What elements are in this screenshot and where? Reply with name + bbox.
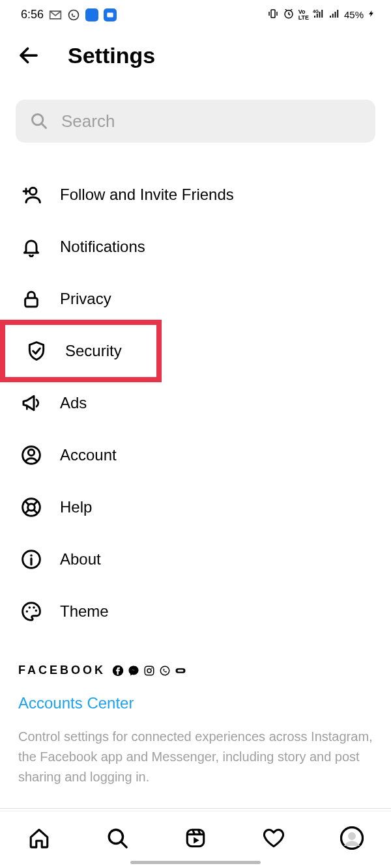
- svg-point-14: [26, 610, 28, 612]
- settings-item-theme[interactable]: Theme: [0, 585, 391, 637]
- settings-item-label: Ads: [60, 394, 87, 412]
- lock-icon: [20, 287, 43, 311]
- signal-icon: [328, 8, 340, 21]
- svg-rect-26: [187, 830, 204, 847]
- settings-item-label: Privacy: [60, 290, 111, 308]
- svg-rect-1: [107, 12, 113, 17]
- settings-item-notifications[interactable]: Notifications: [0, 221, 391, 273]
- settings-item-help[interactable]: Help: [0, 481, 391, 533]
- settings-item-label: Account: [60, 446, 117, 464]
- settings-item-account[interactable]: Account: [0, 429, 391, 481]
- invite-icon: [20, 183, 43, 206]
- nav-activity[interactable]: [259, 824, 288, 852]
- status-time: 6:56: [21, 8, 44, 21]
- messenger-icon: [128, 665, 139, 677]
- arrow-left-icon: [17, 44, 40, 67]
- nav-reels[interactable]: [181, 824, 210, 852]
- home-indicator: [130, 861, 261, 864]
- vibrate-icon: [267, 8, 279, 21]
- svg-point-15: [29, 606, 31, 608]
- svg-point-6: [29, 188, 36, 195]
- alarm-icon: [283, 8, 295, 21]
- search-input[interactable]: Search: [16, 100, 375, 143]
- svg-point-13: [30, 554, 32, 556]
- accounts-center-description: Control settings for connected experienc…: [0, 719, 391, 803]
- heart-icon: [263, 827, 285, 849]
- bottom-nav: [0, 811, 391, 868]
- svg-point-16: [33, 606, 35, 608]
- account-icon: [20, 443, 43, 467]
- app-icon-2: [104, 8, 117, 21]
- reels-icon: [184, 827, 207, 849]
- svg-point-17: [35, 609, 37, 611]
- svg-point-0: [69, 10, 79, 20]
- settings-item-privacy[interactable]: Privacy: [0, 273, 391, 325]
- facebook-section-header: FACEBOOK: [0, 637, 391, 682]
- svg-rect-2: [271, 10, 275, 18]
- settings-item-follow-invite[interactable]: Follow and Invite Friends: [0, 169, 391, 221]
- divider: [0, 808, 391, 809]
- svg-rect-7: [25, 298, 38, 307]
- battery-text: 45%: [344, 9, 364, 20]
- search-icon: [30, 112, 48, 130]
- svg-text:4G: 4G: [313, 9, 319, 14]
- svg-point-20: [147, 669, 151, 673]
- instagram-icon: [143, 665, 155, 677]
- shield-icon: [25, 339, 48, 363]
- nav-search[interactable]: [103, 824, 132, 852]
- settings-item-label: Theme: [60, 602, 109, 621]
- back-button[interactable]: [16, 42, 42, 68]
- charging-icon: [368, 8, 375, 21]
- svg-point-28: [348, 832, 356, 840]
- svg-point-22: [160, 666, 169, 675]
- search-placeholder: Search: [61, 111, 115, 132]
- profile-icon: [340, 826, 364, 850]
- settings-item-label: Help: [60, 498, 92, 516]
- accounts-center-link[interactable]: Accounts Center: [0, 682, 391, 719]
- palette-icon: [20, 600, 43, 623]
- svg-point-11: [28, 504, 35, 511]
- nav-home[interactable]: [25, 824, 53, 852]
- settings-item-security[interactable]: Security: [0, 320, 162, 382]
- facebook-heading: FACEBOOK: [18, 664, 106, 677]
- settings-menu: Follow and Invite Friends Notifications …: [0, 156, 391, 637]
- settings-item-label: Security: [65, 342, 122, 360]
- oculus-icon: [175, 665, 186, 677]
- svg-point-21: [151, 667, 152, 668]
- svg-rect-24: [178, 669, 184, 671]
- status-bar: 6:56 VoLTE 4G 45%: [0, 0, 391, 27]
- svg-point-9: [28, 449, 34, 455]
- volte-icon: VoLTE: [298, 9, 309, 21]
- page-title: Settings: [68, 43, 155, 68]
- search-icon: [106, 827, 128, 849]
- help-icon: [20, 496, 43, 519]
- info-icon: [20, 548, 43, 571]
- whatsapp-icon: [67, 8, 80, 21]
- nav-profile[interactable]: [338, 824, 366, 852]
- app-icon-1: [85, 8, 98, 21]
- gmail-icon: [49, 8, 62, 21]
- facebook-icon: [112, 665, 124, 677]
- signal-4g-icon: 4G: [313, 8, 325, 21]
- home-icon: [28, 827, 50, 849]
- page-header: Settings: [0, 27, 391, 84]
- settings-item-label: Notifications: [60, 238, 145, 256]
- bell-icon: [20, 235, 43, 259]
- whatsapp-small-icon: [159, 665, 171, 677]
- settings-item-label: About: [60, 550, 101, 568]
- settings-item-ads[interactable]: Ads: [0, 377, 391, 429]
- settings-item-about[interactable]: About: [0, 533, 391, 585]
- megaphone-icon: [20, 391, 43, 415]
- settings-item-label: Follow and Invite Friends: [60, 186, 234, 204]
